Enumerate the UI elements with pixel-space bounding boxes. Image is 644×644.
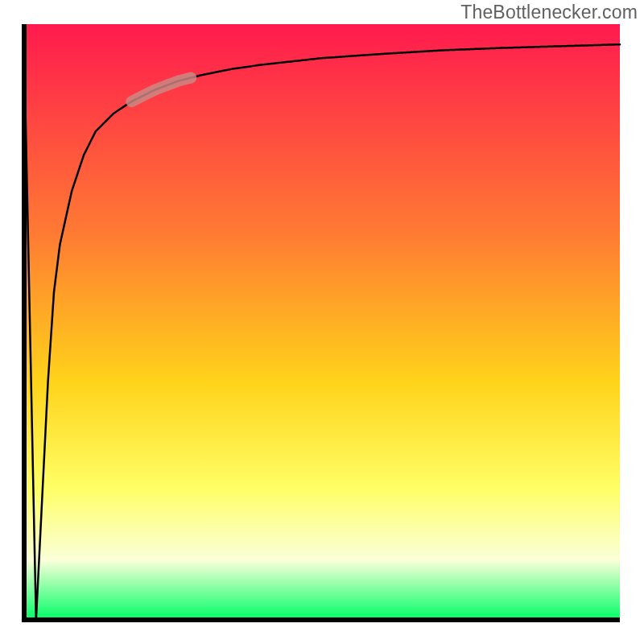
chart-svg xyxy=(0,0,644,644)
chart-container xyxy=(0,0,644,644)
